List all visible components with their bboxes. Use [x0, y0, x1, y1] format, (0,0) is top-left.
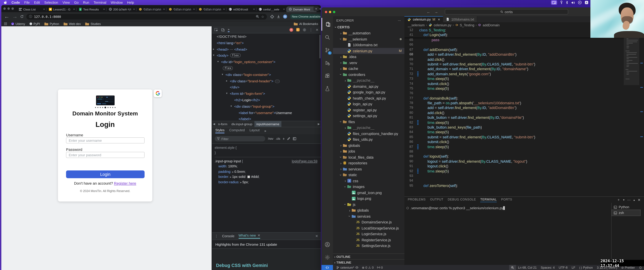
reload-icon[interactable] — [20, 15, 24, 18]
inline-expand-icon[interactable]: ⋯ — [275, 79, 280, 83]
terminal[interactable]: .venvmatan@mac certis % python3 __seleni… — [404, 203, 644, 265]
tree-item--pycache-[interactable]: ›__pycache__ — [333, 77, 404, 83]
dom-node-line[interactable]: ▾<div class="login-container"> — [212, 72, 321, 78]
tree-item--venv[interactable]: ›.venv — [333, 60, 404, 66]
input-source-icon[interactable]: A — [585, 0, 588, 5]
command-center-search[interactable]: certis — [445, 9, 568, 15]
tree-item--selenium[interactable]: ›__selenium — [333, 36, 404, 42]
menu-item-help[interactable]: Help — [127, 1, 134, 5]
panel-tab-problems[interactable]: PROBLEMS — [408, 198, 426, 202]
git-branch-item[interactable]: celenium* — [336, 266, 358, 269]
breadcrumb-adddomain[interactable]: addDomain — [483, 23, 500, 27]
menu-item-edit[interactable]: Edit — [34, 1, 40, 5]
elements-crumb[interactable]: input#username — [254, 121, 282, 127]
menu-item-code[interactable]: Code — [12, 1, 20, 5]
eol[interactable]: LF — [572, 266, 575, 269]
ports-item[interactable]: 0 — [377, 266, 383, 269]
tree-item-files-corruptions-handler-py[interactable]: files_corruptions_handler.py — [333, 130, 404, 137]
new-style-rule-icon[interactable]: + — [282, 137, 285, 141]
browser-tab[interactable]: Class List× — [16, 7, 46, 12]
tree-item-loginservice-js[interactable]: JSLoginService.js — [333, 231, 404, 237]
username-input[interactable]: Enter your username — [66, 137, 144, 144]
styles-tab-layout[interactable]: Layout — [250, 128, 260, 133]
bookmark-web-dev[interactable]: Web dev — [63, 22, 81, 26]
tab-console[interactable]: Console — [222, 234, 234, 238]
cursor-position[interactable]: Ln 68, Col 21 — [518, 266, 537, 269]
tree-item-local-files-data[interactable]: ›local_files_data — [333, 154, 404, 160]
hover-state-button[interactable]: :hov — [268, 137, 273, 141]
css-rule-selector[interactable]: .input-group input {loginPage.css:59 — [215, 159, 321, 164]
dom-node-line[interactable]: </label> — [212, 116, 321, 121]
expand-arrow-icon[interactable]: ▾ — [222, 72, 223, 78]
devtools-settings-icon[interactable] — [302, 28, 306, 32]
address-bar[interactable]: ⓘ 127.0.0.1:8080 ☆ — [26, 14, 267, 19]
carousel-dot[interactable] — [114, 107, 116, 108]
bookmark-folder-ai[interactable]: AI Bookmarks — [294, 22, 318, 26]
tab-whats-new[interactable]: What's new✕ — [238, 233, 260, 239]
account-icon[interactable] — [322, 238, 333, 251]
tree-item-localstorageservice-js[interactable]: JSLocalStorageService.js — [333, 225, 404, 231]
carousel-dot[interactable] — [95, 107, 96, 108]
css-source-link[interactable]: loginPage.css:59 — [292, 159, 318, 164]
settings-gear-icon[interactable] — [322, 251, 333, 263]
display-mirror-icon[interactable] — [551, 0, 557, 5]
menu-item-terminal[interactable]: Terminal — [94, 1, 106, 5]
login-button[interactable]: Login — [66, 170, 144, 178]
breadcrumb-left-icon[interactable]: ◀ — [212, 122, 216, 125]
tab-close-icon[interactable]: × — [283, 8, 285, 11]
menu-item-file[interactable]: File — [24, 1, 30, 5]
editor-tab-celenium-py[interactable]: celenium.pyM✕ — [404, 16, 443, 22]
terminal-instance-zsh[interactable]: zsh — [612, 210, 640, 216]
tree-item-globals[interactable]: ›globals — [333, 207, 404, 213]
tree-item-files[interactable]: ›files — [333, 119, 404, 125]
expand-arrow-icon[interactable]: ▾ — [226, 90, 228, 97]
outline-section[interactable]: ›OUTLINE — [333, 253, 404, 259]
google-signin-button[interactable] — [154, 89, 162, 97]
chrome-window-controls[interactable] — [3, 5, 14, 12]
tab-close-icon[interactable]: × — [43, 8, 45, 11]
dom-node-line[interactable]: </div> — [212, 84, 321, 91]
tab-close-icon[interactable]: × — [73, 8, 75, 11]
register-link[interactable]: Register here — [114, 181, 136, 185]
explorer-actions-icon[interactable]: ⋯ — [398, 18, 401, 22]
bookmark-python[interactable]: Python — [44, 22, 59, 26]
tree-item-domainsservice-js[interactable]: JSDomainsService.js — [333, 219, 404, 225]
tree-item-100domains-txt[interactable]: 100domains.txt — [333, 42, 404, 48]
whats-new-heading[interactable]: Debug CSS with Gemini — [212, 263, 321, 270]
apple-icon[interactable] — [4, 1, 7, 5]
tab-close-icon[interactable]: × — [253, 8, 255, 11]
volume-icon[interactable] — [571, 0, 575, 5]
dom-node-line[interactable]: ▾<div class="input-group"> — [212, 103, 321, 110]
menu-item-window[interactable]: Window — [111, 1, 123, 5]
bookmark-star-icon[interactable]: ☆ — [261, 15, 264, 18]
elements-scrollbar[interactable] — [320, 35, 320, 58]
tree-item-services[interactable]: ›services — [333, 213, 404, 219]
bluetooth-icon[interactable] — [566, 0, 568, 5]
browser-tab[interactable]: החברה הכלכלי× — [196, 7, 226, 12]
terminal-instance-python[interactable]: Python — [612, 204, 640, 210]
browser-tab[interactable]: Domain Moni× — [286, 7, 316, 12]
overview-ruler[interactable] — [639, 28, 644, 196]
dom-node-line[interactable]: flex — [212, 65, 321, 72]
panel-more-icon[interactable]: ⋯ — [627, 198, 631, 202]
browser-tab[interactable]: Test Results× — [76, 7, 106, 12]
password-input[interactable]: Enter your password — [66, 152, 144, 158]
rendering-brush-icon[interactable] — [287, 137, 290, 141]
css-property[interactable]: border-radius: ▸ 5px; — [215, 179, 321, 185]
tree-item-google-login-api-py[interactable]: google_login_api.py — [333, 89, 404, 95]
site-info-icon[interactable]: ⓘ — [29, 14, 32, 19]
browser-tab[interactable]: Lesson21 - G× — [46, 7, 76, 12]
dom-node-line[interactable]: <!DOCTYPE html> — [212, 33, 321, 40]
browser-tab[interactable]: החברה הכלכלי× — [136, 7, 166, 12]
flex-badge[interactable]: flex — [223, 66, 233, 70]
panel-maximize-icon[interactable]: ▴ — [634, 198, 635, 201]
back-icon[interactable]: ← — [4, 14, 10, 20]
new-terminal-icon[interactable]: ＋ — [617, 197, 620, 202]
browser-tab[interactable]: 200 דף תשלום× — [106, 7, 136, 12]
css-property[interactable]: border: ▸ 1px solid #ddd; — [215, 174, 321, 179]
menu-item-go[interactable]: Go — [74, 1, 79, 5]
vscode-window-controls[interactable] — [325, 11, 335, 13]
zoom-icon[interactable] — [256, 15, 259, 18]
editor-tab-100domains-txt[interactable]: 100domains.txt — [443, 16, 477, 22]
panel-tab-debug-console[interactable]: DEBUG CONSOLE — [448, 198, 476, 202]
